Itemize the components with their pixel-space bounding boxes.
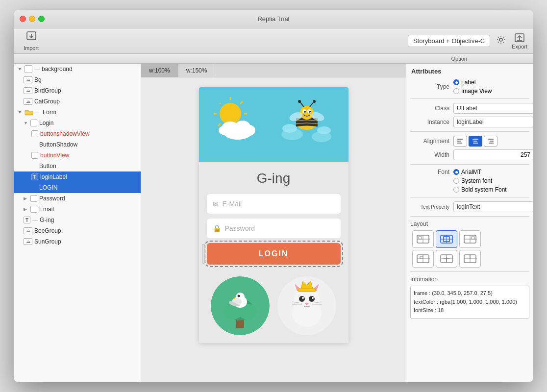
- sidebar-item-button[interactable]: Button: [14, 161, 141, 172]
- sidebar-item-buttonview[interactable]: buttonView: [14, 150, 141, 161]
- text-property-input[interactable]: [453, 201, 533, 212]
- code-selector[interactable]: Storyboard + Objective-C: [408, 35, 490, 47]
- svg-point-20: [219, 125, 232, 135]
- sidebar-item-buttonshadow[interactable]: ButtonShadow: [14, 139, 141, 150]
- sidebar-item-login[interactable]: ▼ Login: [14, 118, 141, 128]
- gear-button[interactable]: [494, 33, 508, 49]
- attributes-panel: Attributes Type Label Image View: [406, 64, 533, 382]
- type-radio-group: Label Image View: [453, 79, 492, 95]
- type-label: Type: [410, 83, 449, 90]
- layout-grid: [412, 230, 529, 268]
- sidebar-item-ging[interactable]: T — G-ing: [14, 215, 141, 225]
- svg-point-46: [237, 295, 240, 297]
- svg-rect-71: [419, 237, 422, 239]
- email-placeholder: E-Mail: [223, 200, 242, 208]
- font-arial-option[interactable]: ArialMT: [453, 169, 507, 175]
- view-icon: [30, 120, 37, 126]
- layout-btn-1[interactable]: [412, 230, 434, 248]
- expand-arrow: ▼: [18, 67, 24, 72]
- svg-point-35: [313, 100, 316, 103]
- view-icon: [25, 65, 32, 73]
- svg-rect-58: [298, 289, 316, 292]
- font-bold-radio[interactable]: [453, 187, 459, 193]
- sidebar-item-sungroup[interactable]: ⛰ SunGroup: [14, 236, 141, 247]
- type-label-radio[interactable]: [453, 79, 459, 85]
- width-input[interactable]: [453, 149, 533, 160]
- divider: [410, 216, 529, 217]
- instance-input[interactable]: [453, 117, 533, 127]
- image-icon: ⛰: [24, 238, 32, 245]
- sun-illustration: [211, 95, 270, 154]
- sidebar-item-buttonshadowview[interactable]: buttonshadowView: [14, 128, 141, 139]
- class-label: Class: [410, 105, 449, 112]
- expand-arrow: ▼: [18, 110, 24, 115]
- layout-btn-5[interactable]: [436, 250, 457, 268]
- sidebar-item-birdgroup[interactable]: ⛰ BirdGroup: [14, 85, 141, 96]
- email-input[interactable]: ✉ E-Mail: [207, 194, 341, 214]
- type-imageview-option[interactable]: Image View: [453, 88, 492, 95]
- import-button[interactable]: Import: [20, 29, 43, 53]
- email-icon: ✉: [213, 200, 219, 208]
- bottom-images: [199, 272, 348, 343]
- width-row: Width: [410, 149, 529, 160]
- maximize-button[interactable]: [38, 16, 45, 22]
- align-left-button[interactable]: [453, 136, 467, 147]
- sidebar-item-background[interactable]: ▼ — background: [14, 64, 141, 74]
- sidebar-item-catgroup[interactable]: ⛰ CatGroup: [14, 96, 141, 107]
- close-button[interactable]: [20, 16, 26, 22]
- font-radio-group: ArialMT System font Bold system Font: [453, 169, 507, 193]
- svg-point-33: [298, 100, 301, 103]
- layout-btn-6[interactable]: [459, 250, 481, 268]
- form-section: G-ing ✉ E-Mail 🔒 Password: [199, 162, 348, 272]
- svg-point-19: [240, 124, 255, 136]
- text-property-row: Text Property: [410, 201, 529, 212]
- type-imageview-radio[interactable]: [453, 88, 459, 94]
- canvas-area: w:100% w:150%: [141, 64, 406, 382]
- zoom-100[interactable]: w:100%: [141, 64, 178, 77]
- zoom-150[interactable]: w:150%: [178, 64, 216, 77]
- layout-btn-3[interactable]: [459, 230, 481, 248]
- layout-btn-4[interactable]: [412, 250, 434, 268]
- panel-title: Attributes: [410, 68, 529, 75]
- font-arial-radio[interactable]: [453, 169, 459, 175]
- minimize-button[interactable]: [29, 16, 35, 22]
- sidebar-item-loginlabel[interactable]: T loginLabel: [14, 172, 141, 182]
- svg-line-12: [218, 101, 221, 104]
- font-bold-option[interactable]: Bold system Font: [453, 186, 507, 193]
- window-title: Replia Trial: [257, 15, 289, 23]
- svg-point-37: [317, 126, 331, 134]
- class-input[interactable]: [453, 103, 533, 114]
- titlebar: Replia Trial: [14, 10, 533, 28]
- divider: [410, 164, 529, 165]
- font-system-option[interactable]: System font: [453, 177, 507, 184]
- sidebar-item-bg[interactable]: ⛰ Bg: [14, 74, 141, 85]
- import-label: Import: [24, 45, 39, 51]
- spacer: [497, 56, 498, 62]
- sidebar-item-form[interactable]: ▼ — Form: [14, 107, 141, 118]
- alignment-row: Alignment: [410, 136, 529, 147]
- font-system-radio[interactable]: [453, 178, 459, 184]
- class-row: Class: [410, 103, 529, 114]
- svg-point-7: [220, 103, 241, 124]
- svg-point-36: [282, 124, 297, 133]
- layout-btn-2[interactable]: [436, 230, 457, 248]
- sidebar-item-beegroup[interactable]: ⛰ BeeGroup: [14, 225, 141, 236]
- sidebar-item-password[interactable]: ▶ Password: [14, 193, 141, 204]
- type-label-option[interactable]: Label: [453, 79, 492, 86]
- sidebar-item-email[interactable]: ▶ Email: [14, 204, 141, 215]
- divider: [410, 271, 529, 272]
- image-icon: ⛰: [24, 76, 32, 83]
- sidebar-item-login-sub[interactable]: LOGIN: [14, 182, 141, 193]
- password-placeholder: Password: [225, 224, 255, 232]
- option-bar: Option: [14, 54, 533, 64]
- export-button[interactable]: Export: [512, 33, 527, 49]
- align-right-button[interactable]: [484, 136, 497, 147]
- password-input[interactable]: 🔒 Password: [207, 219, 341, 238]
- width-label: Width: [410, 151, 449, 158]
- login-button[interactable]: LOGIN: [207, 243, 341, 265]
- image-icon: ⛰: [24, 98, 32, 105]
- align-center-button[interactable]: [469, 136, 482, 147]
- right-toolbar: Storyboard + Objective-C Export: [408, 33, 527, 49]
- svg-point-51: [309, 296, 315, 302]
- text-property-label: Text Property: [410, 204, 449, 210]
